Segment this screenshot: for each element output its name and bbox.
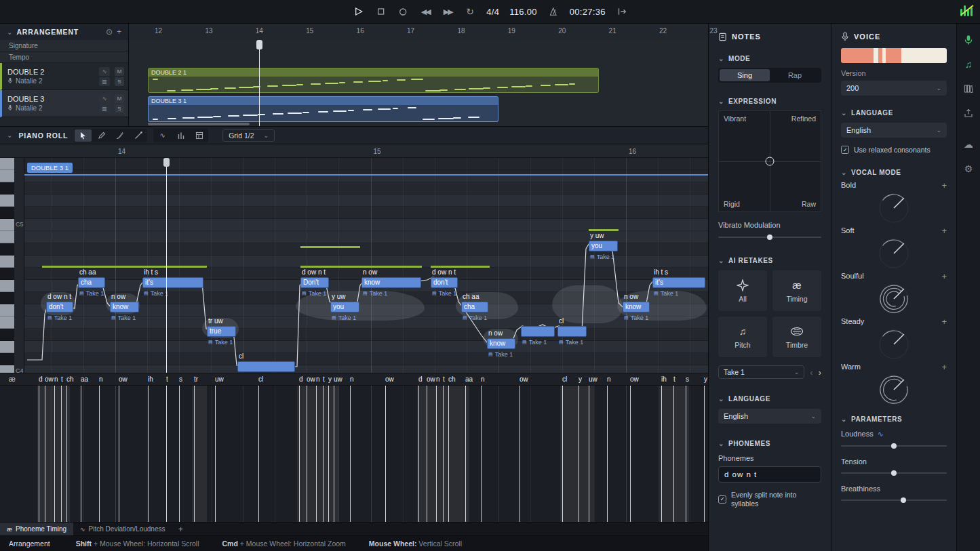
phoneme-boundary[interactable] bbox=[686, 386, 686, 522]
note[interactable]: n owknow▤Take 1 bbox=[361, 277, 421, 288]
note-language-select[interactable]: English ⌄ bbox=[718, 409, 821, 424]
phoneme-boundary[interactable] bbox=[316, 386, 317, 522]
mode-section-label[interactable]: ⌄ MODE bbox=[718, 55, 821, 62]
note-rect[interactable]: know bbox=[623, 302, 650, 312]
note-rect[interactable]: cha bbox=[78, 277, 105, 288]
time-signature[interactable]: 4/4 bbox=[486, 7, 499, 17]
note-rect[interactable] bbox=[237, 361, 295, 372]
phoneme-boundary[interactable] bbox=[436, 386, 437, 522]
phonemes-input[interactable]: d ow n t bbox=[718, 466, 821, 483]
note[interactable]: n owknow▤Take 1 bbox=[487, 338, 515, 349]
phoneme-token[interactable]: ow bbox=[427, 375, 435, 383]
phoneme-token[interactable]: t bbox=[323, 375, 325, 383]
track-double-3[interactable]: DOUBLE 3Natalie 2∿▥MS bbox=[0, 90, 128, 117]
parameters-section-label[interactable]: ⌄ PARAMETERS bbox=[841, 415, 947, 423]
black-key[interactable] bbox=[0, 353, 14, 365]
phoneme-token[interactable]: n bbox=[350, 375, 354, 383]
pitch-curve-icon[interactable]: ∿ bbox=[99, 67, 110, 76]
phoneme-token[interactable]: n bbox=[481, 375, 485, 383]
phoneme-row[interactable]: æ downtchaanowihtstruwcldowntyuwnowdownt… bbox=[0, 373, 708, 385]
expression-knob[interactable] bbox=[766, 157, 775, 166]
phoneme-boundary[interactable] bbox=[427, 386, 427, 522]
phoneme-token[interactable]: t bbox=[166, 375, 168, 383]
phoneme-token[interactable]: aa bbox=[465, 375, 473, 383]
track-double-2[interactable]: DOUBLE 2Natalie 2∿▥MS bbox=[0, 63, 128, 90]
phoneme-token[interactable]: ih bbox=[661, 375, 667, 383]
phoneme-token[interactable]: uw bbox=[334, 375, 342, 383]
retake-pitch[interactable]: ♫Pitch bbox=[718, 317, 767, 357]
white-key[interactable] bbox=[0, 170, 14, 182]
phoneme-token[interactable]: d bbox=[299, 375, 303, 383]
phoneme-boundary[interactable] bbox=[179, 386, 180, 522]
note[interactable]: y uwyou▤Take 1 bbox=[330, 302, 359, 312]
phoneme-token[interactable]: ow bbox=[520, 375, 528, 383]
phoneme-token[interactable]: y bbox=[704, 375, 707, 383]
take-badge[interactable]: ▤Take 1 bbox=[332, 314, 356, 321]
meter-icon[interactable]: ▥ bbox=[99, 104, 110, 113]
phoneme-token[interactable]: ow bbox=[307, 375, 315, 383]
play-button[interactable] bbox=[352, 5, 364, 18]
parameter-slider[interactable] bbox=[841, 468, 947, 478]
take-badge[interactable]: ▤Take 1 bbox=[144, 290, 168, 297]
metronome-icon[interactable] bbox=[547, 5, 560, 18]
note[interactable]: ih t sit's▤Take 1 bbox=[142, 277, 203, 288]
phoneme-token[interactable]: n bbox=[54, 375, 58, 383]
chevron-down-icon[interactable]: ⌄ bbox=[7, 28, 12, 36]
note-rect[interactable] bbox=[557, 326, 587, 337]
white-key[interactable] bbox=[0, 256, 14, 268]
expression-section-label[interactable]: ⌄ EXPRESSION bbox=[718, 98, 821, 105]
slider-thumb[interactable] bbox=[901, 497, 906, 503]
phoneme-token[interactable]: ow bbox=[45, 375, 54, 383]
checkbox-icon[interactable]: ✓ bbox=[841, 146, 849, 154]
piano-roll-ruler[interactable]: 141516 bbox=[0, 144, 708, 158]
add-editor-tab-button[interactable]: + bbox=[172, 523, 189, 535]
phonemes-section-label[interactable]: ⌄ PHONEMES bbox=[718, 440, 821, 447]
phoneme-boundary[interactable] bbox=[630, 386, 631, 522]
take-badge[interactable]: ▤Take 1 bbox=[47, 314, 72, 321]
phoneme-token[interactable]: tr bbox=[194, 375, 198, 383]
black-key[interactable] bbox=[0, 292, 14, 304]
time-display[interactable]: 00:27:36 bbox=[570, 7, 606, 17]
note[interactable]: ch aacha▤Take 1 bbox=[461, 302, 488, 312]
parameter-slider[interactable] bbox=[841, 441, 947, 451]
vocal-mode-knob[interactable] bbox=[876, 372, 912, 407]
loop-button[interactable]: ↻ bbox=[464, 5, 476, 18]
mute-button[interactable]: M bbox=[115, 67, 124, 76]
white-key[interactable] bbox=[0, 341, 14, 353]
tab-pitch-deviation-loudness[interactable]: ∿Pitch Deviation/Loudness bbox=[73, 523, 172, 535]
phoneme-token[interactable]: t bbox=[673, 375, 675, 383]
phoneme-boundary[interactable] bbox=[258, 386, 259, 522]
vocal-mode-knob[interactable] bbox=[876, 281, 912, 317]
phoneme-boundary[interactable] bbox=[328, 386, 329, 522]
note[interactable]: ▤Take 1 bbox=[521, 326, 555, 337]
phoneme-boundary[interactable] bbox=[589, 386, 589, 522]
relaxed-consonants-checkbox[interactable]: ✓ Use relaxed consonants bbox=[841, 146, 947, 155]
expression-pad[interactable]: Vibrant Refined Rigid Raw bbox=[718, 110, 821, 212]
phoneme-boundary[interactable] bbox=[39, 386, 39, 522]
playhead-handle[interactable] bbox=[256, 40, 262, 49]
fast-forward-button[interactable]: ▶▶ bbox=[442, 5, 454, 18]
take-badge[interactable]: ▤Take 1 bbox=[208, 339, 233, 346]
line-tool[interactable] bbox=[130, 129, 146, 142]
note[interactable]: ch aacha▤Take 1 bbox=[78, 277, 105, 288]
meter-icon[interactable]: ▥ bbox=[99, 77, 110, 86]
white-key[interactable] bbox=[0, 317, 14, 329]
phoneme-token[interactable]: cl bbox=[562, 375, 567, 383]
phoneme-token[interactable]: uw bbox=[215, 375, 224, 383]
phoneme-token[interactable]: n bbox=[316, 375, 320, 383]
vocal-mode-section-label[interactable]: ⌄ VOCAL MODE bbox=[841, 169, 947, 176]
note[interactable]: d ow n tdon't▤Take 1 bbox=[431, 277, 458, 288]
chevron-down-icon[interactable]: ⌄ bbox=[7, 131, 12, 139]
black-key[interactable] bbox=[0, 268, 14, 280]
meta-row-tempo[interactable]: Tempo bbox=[0, 52, 128, 63]
goto-end-button[interactable] bbox=[616, 5, 628, 18]
vibrato-slider[interactable] bbox=[718, 232, 821, 242]
white-key[interactable] bbox=[0, 195, 14, 207]
note[interactable]: y uwyou▤Take 1 bbox=[589, 241, 618, 251]
phoneme-token[interactable]: y bbox=[579, 375, 582, 383]
phoneme-token[interactable]: d bbox=[39, 375, 43, 383]
tab-phoneme-timing[interactable]: æPhoneme Timing bbox=[0, 523, 73, 535]
take-badge[interactable]: ▤Take 1 bbox=[463, 314, 487, 321]
phoneme-token[interactable]: ow bbox=[630, 375, 639, 383]
part-label-chip[interactable]: DOUBLE 3 1 bbox=[27, 163, 73, 173]
